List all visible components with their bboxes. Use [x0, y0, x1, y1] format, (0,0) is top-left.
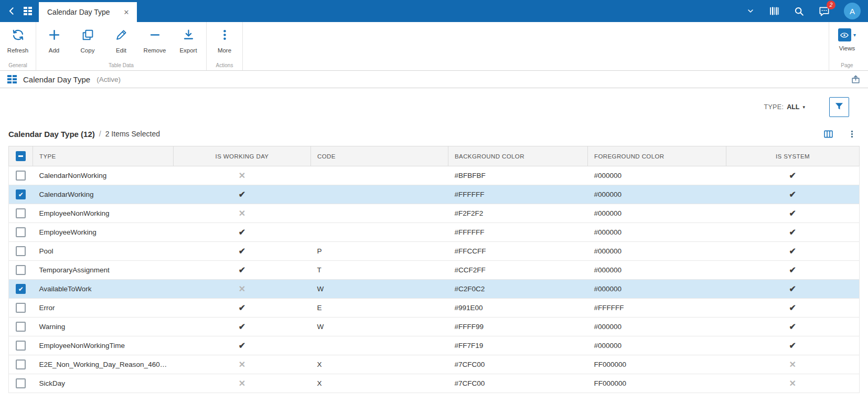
- x-icon: ✕: [789, 360, 796, 369]
- remove-button[interactable]: Remove: [138, 24, 172, 54]
- cell-is-system: ✔: [726, 204, 860, 223]
- filter-funnel-icon: [834, 101, 844, 113]
- cell-type: AvailableToWork: [33, 280, 174, 299]
- add-button[interactable]: Add: [37, 24, 71, 54]
- table-row[interactable]: EmployeeNonWorkingTime ✔ #FF7F19 #000000…: [9, 336, 860, 355]
- cell-foreground-color: #000000: [588, 336, 726, 355]
- content-area: TYPE: ALL ▾ Calendar Day Type (12) / 2 I…: [0, 88, 868, 393]
- row-checkbox[interactable]: [16, 208, 26, 218]
- column-header-type[interactable]: TYPE: [33, 146, 174, 166]
- table-row[interactable]: TemporaryAssignment ✔ T #CCF2FF #000000 …: [9, 261, 860, 280]
- remove-icon: [148, 28, 162, 44]
- tab-close-icon[interactable]: ✕: [124, 8, 130, 16]
- column-header-code[interactable]: CODE: [311, 146, 448, 166]
- cell-code: [311, 185, 448, 204]
- column-header-is-working-day[interactable]: IS WORKING DAY: [174, 146, 311, 166]
- type-filter-value: ALL: [787, 103, 799, 111]
- notification-badge: 2: [827, 1, 835, 9]
- table-row[interactable]: Warning ✔ W #FFFF99 #000000 ✔: [9, 318, 860, 336]
- cell-foreground-color: #000000: [588, 204, 726, 223]
- table-row[interactable]: EmployeeNonWorking ✕ #F2F2F2 #000000 ✔: [9, 204, 860, 223]
- row-checkbox[interactable]: [16, 303, 26, 313]
- x-icon: ✕: [239, 360, 245, 369]
- cell-code: W: [311, 280, 448, 299]
- topbar-dropdown-chevron-icon[interactable]: [746, 7, 755, 15]
- table-row[interactable]: E2E_Non_Working_Day_Reason_4609d... ✕ X …: [9, 355, 860, 374]
- edit-button[interactable]: Edit: [104, 24, 138, 54]
- cell-foreground-color: #000000: [588, 318, 726, 336]
- cell-code: [311, 166, 448, 185]
- header-checkbox-cell: [9, 146, 33, 166]
- row-checkbox[interactable]: [16, 359, 26, 369]
- ribbon-group-label-page: Page: [830, 61, 864, 70]
- cell-is-working-day: ✕: [174, 204, 311, 223]
- ribbon-group-actions: More Actions: [207, 22, 243, 70]
- row-checkbox[interactable]: [16, 378, 26, 388]
- table-row[interactable]: Pool ✔ P #FFCCFF #000000 ✔: [9, 242, 860, 261]
- cell-foreground-color: #000000: [588, 242, 726, 261]
- row-checkbox[interactable]: [16, 171, 26, 181]
- check-icon: ✔: [789, 247, 796, 256]
- copy-button[interactable]: Copy: [71, 24, 104, 54]
- cell-is-system: ✕: [726, 355, 860, 374]
- select-all-checkbox[interactable]: [16, 151, 26, 161]
- cell-code: W: [311, 318, 448, 336]
- table-row[interactable]: SickDay ✕ X #7CFC00 FF000000 ✕: [9, 374, 860, 393]
- column-chooser-icon[interactable]: [823, 129, 834, 140]
- ribbon-group-label-actions: Actions: [208, 61, 241, 70]
- row-checkbox[interactable]: [16, 227, 26, 237]
- filter-button[interactable]: [829, 97, 849, 117]
- x-icon: ✕: [239, 209, 245, 218]
- apps-grid-icon[interactable]: [20, 0, 36, 22]
- row-checkbox[interactable]: [16, 341, 26, 351]
- table-row[interactable]: AvailableToWork ✕ W #C2F0C2 #000000 ✔: [9, 280, 860, 299]
- table-row[interactable]: Error ✔ E #991E00 #FFFFFF ✔: [9, 299, 860, 318]
- cell-is-system: ✔: [726, 318, 860, 336]
- page-status: (Active): [97, 76, 121, 83]
- table-view-icon[interactable]: [7, 75, 17, 83]
- topbar: Calendar Day Type ✕: [0, 0, 868, 22]
- row-checkbox[interactable]: [16, 265, 26, 275]
- cell-type: E2E_Non_Working_Day_Reason_4609d...: [33, 355, 174, 374]
- more-button[interactable]: More: [208, 24, 241, 54]
- kebab-menu-icon[interactable]: [848, 130, 856, 139]
- row-checkbox[interactable]: [16, 284, 26, 294]
- chat-icon[interactable]: 2: [818, 5, 830, 17]
- column-header-is-system[interactable]: IS SYSTEM: [726, 146, 860, 166]
- tab-calendar-day-type[interactable]: Calendar Day Type ✕: [39, 2, 137, 22]
- row-checkbox[interactable]: [16, 322, 26, 332]
- check-icon: ✔: [239, 190, 245, 199]
- cell-type: TemporaryAssignment: [33, 261, 174, 280]
- cell-is-working-day: ✕: [174, 355, 311, 374]
- edit-label: Edit: [116, 47, 126, 54]
- table-row[interactable]: CalendarNonWorking ✕ #BFBFBF #000000 ✔: [9, 166, 860, 185]
- cell-foreground-color: #000000: [588, 185, 726, 204]
- export-button[interactable]: Export: [172, 24, 205, 54]
- page-subheader: Calendar Day Type (Active): [0, 71, 868, 88]
- avatar[interactable]: A: [844, 3, 861, 19]
- barcode-icon[interactable]: [768, 5, 780, 17]
- table-row[interactable]: CalendarWorking ✔ #FFFFFF #000000 ✔: [9, 185, 860, 204]
- cell-is-working-day: ✔: [174, 336, 311, 355]
- table-header-row: TYPE IS WORKING DAY CODE BACKGROUND COLO…: [9, 146, 860, 166]
- back-chevron-icon[interactable]: [4, 0, 20, 22]
- pop-out-icon[interactable]: [851, 75, 861, 84]
- cell-is-system: ✔: [726, 261, 860, 280]
- check-icon: ✔: [239, 247, 245, 256]
- column-header-background-color[interactable]: BACKGROUND COLOR: [448, 146, 588, 166]
- row-checkbox[interactable]: [16, 189, 26, 199]
- table-row[interactable]: EmployeeWorking ✔ #FFFFFF #000000 ✔: [9, 223, 860, 242]
- search-icon[interactable]: [794, 6, 805, 17]
- more-label: More: [218, 47, 231, 54]
- cell-type: EmployeeWorking: [33, 223, 174, 242]
- row-checkbox[interactable]: [16, 246, 26, 256]
- views-button[interactable]: ▾ Views: [830, 24, 864, 51]
- cell-foreground-color: #000000: [588, 223, 726, 242]
- views-caret-icon[interactable]: ▾: [853, 32, 856, 38]
- type-filter-dropdown[interactable]: TYPE: ALL ▾: [764, 103, 805, 111]
- cell-is-working-day: ✔: [174, 223, 311, 242]
- cell-is-system: ✔: [726, 166, 860, 185]
- column-header-foreground-color[interactable]: FOREGROUND COLOR: [588, 146, 726, 166]
- cell-background-color: #F2F2F2: [448, 204, 588, 223]
- refresh-button[interactable]: Refresh: [1, 24, 35, 54]
